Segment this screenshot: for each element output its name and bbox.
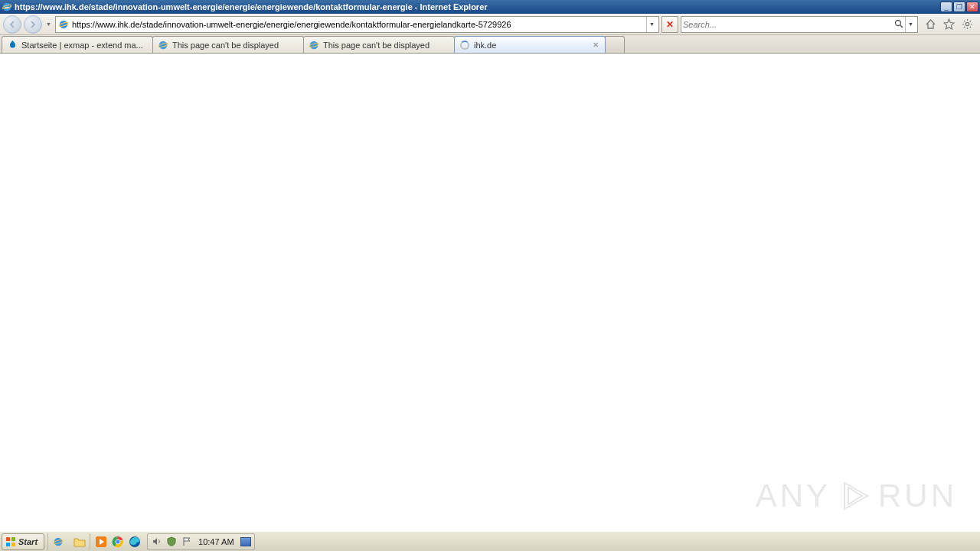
svg-rect-19 <box>6 537 10 541</box>
svg-rect-22 <box>11 543 15 546</box>
address-dropdown[interactable]: ▼ <box>646 17 657 32</box>
system-tray: 10:47 AM <box>147 533 254 550</box>
chrome-icon[interactable] <box>110 534 126 549</box>
ie-favicon-icon <box>309 40 319 51</box>
close-button[interactable]: ✕ <box>966 2 978 12</box>
window-title: https://www.ihk.de/stade/innovation-umwe… <box>15 2 939 11</box>
tab-label: This page can't be displayed <box>172 41 299 50</box>
forward-button[interactable] <box>24 15 42 34</box>
svg-point-15 <box>159 41 168 49</box>
tab-label: Startseite | exmap - extend ma... <box>21 41 148 50</box>
watermark-text-right: RUN <box>878 478 957 514</box>
shield-tray-icon[interactable] <box>166 536 177 547</box>
stop-button[interactable]: ✕ <box>662 16 678 33</box>
windows-flag-icon <box>5 536 16 547</box>
svg-point-4 <box>895 21 900 26</box>
navigation-toolbar: ▼ ▼ ✕ ▼ <box>0 14 980 35</box>
svg-rect-20 <box>11 537 15 541</box>
window-controls: _ ❐ ✕ <box>939 2 978 12</box>
new-tab-button[interactable] <box>605 36 625 53</box>
tab-bar: Startseite | exmap - extend ma... This p… <box>0 35 980 54</box>
tab-label: This page can't be displayed <box>323 41 449 50</box>
loading-spinner-icon <box>459 40 470 51</box>
tools-gear-icon[interactable] <box>960 18 974 31</box>
search-input[interactable] <box>683 20 893 29</box>
page-content <box>0 54 980 531</box>
explorer-quicklaunch-icon[interactable] <box>73 535 87 549</box>
svg-line-12 <box>969 27 970 28</box>
tab-2[interactable]: This page can't be displayed <box>303 36 455 53</box>
url-input[interactable] <box>72 20 646 29</box>
show-desktop-button[interactable] <box>240 537 251 546</box>
svg-point-17 <box>310 41 318 49</box>
drupal-favicon-icon <box>7 40 18 51</box>
svg-line-14 <box>969 21 970 21</box>
volume-icon[interactable] <box>151 536 162 547</box>
search-box[interactable]: ▼ <box>681 16 918 33</box>
search-provider-dropdown[interactable]: ▼ <box>905 17 916 32</box>
mediaplayer-icon[interactable] <box>93 534 109 549</box>
running-programs <box>90 533 145 550</box>
svg-point-2 <box>60 20 68 28</box>
tab-1[interactable]: This page can't be displayed <box>152 36 304 53</box>
tray-clock[interactable]: 10:47 AM <box>197 537 235 546</box>
ie-logo-icon <box>2 2 12 12</box>
svg-point-0 <box>3 3 11 11</box>
play-outline-icon <box>837 478 872 514</box>
ie-favicon-icon <box>158 40 168 51</box>
tab-0[interactable]: Startseite | exmap - extend ma... <box>2 36 153 53</box>
start-label: Start <box>18 537 38 546</box>
svg-point-6 <box>965 22 969 25</box>
back-button[interactable] <box>3 15 21 34</box>
svg-rect-21 <box>6 543 10 546</box>
window-titlebar: https://www.ihk.de/stade/innovation-umwe… <box>0 0 980 14</box>
address-bar[interactable]: ▼ <box>55 16 659 33</box>
tab-label: ihk.de <box>474 41 587 50</box>
tab-3[interactable]: ihk.de ✕ <box>454 36 606 53</box>
maximize-button[interactable]: ❐ <box>953 2 965 12</box>
toolbar-icons <box>920 18 977 31</box>
svg-point-28 <box>116 540 120 544</box>
page-favicon-icon <box>57 18 70 31</box>
taskbar: Start 10:47 AM <box>0 531 980 551</box>
start-button[interactable]: Start <box>2 533 44 550</box>
stop-icon: ✕ <box>666 19 674 30</box>
edge-icon[interactable] <box>127 534 142 549</box>
svg-line-13 <box>964 27 965 28</box>
svg-point-23 <box>54 537 63 546</box>
watermark-text-left: ANY <box>756 478 831 514</box>
home-icon[interactable] <box>923 18 937 31</box>
ie-quicklaunch-icon[interactable] <box>51 535 65 549</box>
minimize-button[interactable]: _ <box>940 2 952 12</box>
svg-line-11 <box>964 21 965 21</box>
favorites-icon[interactable] <box>942 18 956 31</box>
flag-tray-icon[interactable] <box>181 536 192 547</box>
quick-launch <box>47 533 90 550</box>
anyrun-watermark: ANY RUN <box>756 478 957 514</box>
nav-history-dropdown[interactable]: ▼ <box>44 21 53 27</box>
search-icon[interactable] <box>893 18 905 31</box>
tab-close-button[interactable]: ✕ <box>591 41 600 50</box>
svg-line-5 <box>900 25 903 28</box>
